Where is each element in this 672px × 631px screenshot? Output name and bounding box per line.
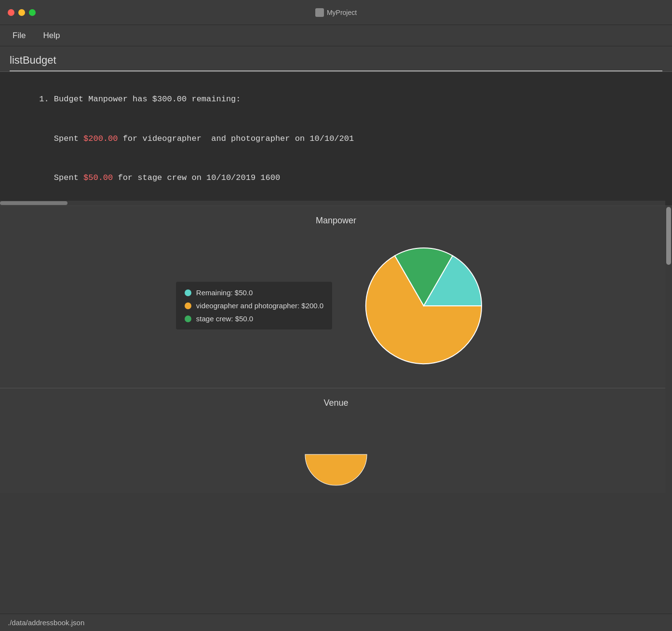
legend-dot-stagecrew: [185, 316, 191, 322]
manpower-pie-chart: [351, 233, 496, 378]
horizontal-scrollbar-thumb[interactable]: [0, 201, 67, 205]
legend-item-videographer: videographer and photographer: $200.0: [185, 302, 323, 310]
titlebar: MyProject: [0, 0, 672, 25]
legend-dot-remaining: [185, 289, 191, 296]
menubar: File Help: [0, 25, 672, 46]
main-content: 1. Budget Manpower has $300.00 remaining…: [0, 72, 672, 614]
window-title: MyProject: [315, 8, 357, 17]
statusbar-text: ./data/addressbook.json: [8, 618, 84, 627]
manpower-chart-container: Remaining: $50.0 videographer and photog…: [0, 233, 672, 378]
minimize-button[interactable]: [18, 9, 25, 16]
manpower-chart-section: Manpower Remaining: $50.0 videographer a…: [0, 206, 672, 388]
manpower-legend: Remaining: $50.0 videographer and photog…: [176, 282, 332, 329]
legend-item-remaining: Remaining: $50.0: [185, 288, 323, 297]
legend-dot-videographer: [185, 302, 191, 309]
window-controls[interactable]: [8, 9, 36, 16]
charts-vertical-scrollbar[interactable]: [665, 206, 672, 614]
output-line-3: Spent $50.00 for stage crew on 10/10/201…: [10, 158, 662, 198]
app-icon: [315, 8, 324, 17]
command-input[interactable]: [10, 52, 662, 71]
output-line-2: Spent $200.00 for videographer and photo…: [10, 119, 662, 159]
venue-chart-title: Venue: [0, 398, 672, 408]
venue-pie-chart: [264, 416, 408, 493]
close-button[interactable]: [8, 9, 14, 16]
output-panel: 1. Budget Manpower has $300.00 remaining…: [0, 72, 672, 206]
horizontal-scrollbar[interactable]: [0, 201, 665, 206]
manpower-chart-title: Manpower: [0, 216, 672, 226]
legend-item-stagecrew: stage crew: $50.0: [185, 315, 323, 323]
menu-help[interactable]: Help: [40, 29, 63, 42]
charts-area: Manpower Remaining: $50.0 videographer a…: [0, 206, 672, 614]
menu-file[interactable]: File: [10, 29, 28, 42]
statusbar: ./data/addressbook.json: [0, 614, 672, 631]
maximize-button[interactable]: [29, 9, 36, 16]
venue-chart-section: Venue: [0, 388, 672, 493]
command-area: [0, 46, 672, 72]
charts-scrollbar-thumb[interactable]: [666, 207, 671, 265]
venue-chart-container: [0, 416, 672, 493]
output-line-1: 1. Budget Manpower has $300.00 remaining…: [10, 80, 662, 119]
